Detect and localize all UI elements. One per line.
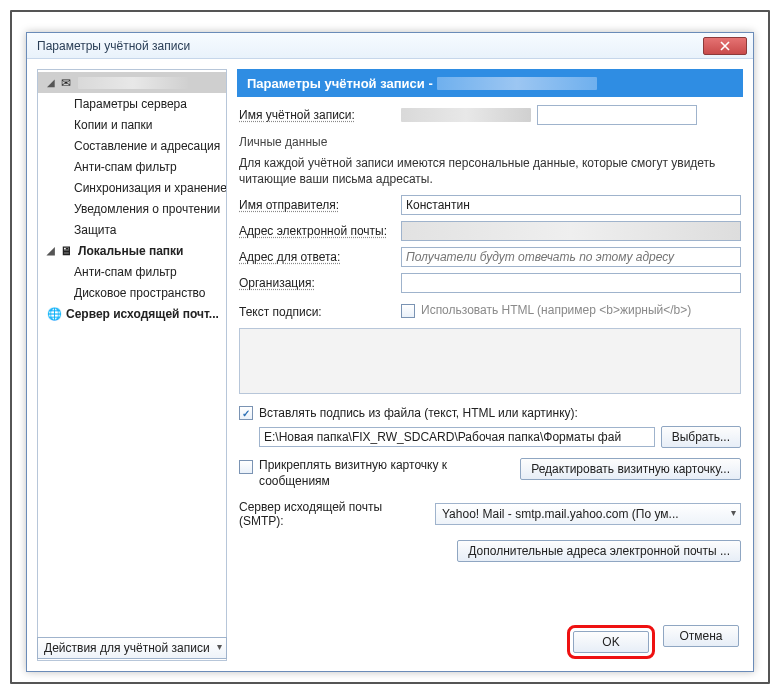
personal-group-desc: Для каждой учётной записи имеются персон…	[239, 155, 741, 187]
account-name-input[interactable]	[537, 105, 697, 125]
settings-panel: Параметры учётной записи - Имя учётной з…	[237, 69, 743, 661]
folder-icon: 🖥	[58, 244, 74, 258]
tree-item-compose[interactable]: Составление и адресация	[66, 135, 226, 156]
mail-icon: ✉	[58, 76, 74, 90]
tree-item-antispam[interactable]: Анти-спам фильтр	[66, 156, 226, 177]
tree-item-server[interactable]: Параметры сервера	[66, 93, 226, 114]
signature-textarea[interactable]	[239, 328, 741, 394]
banner-account-blurred	[437, 77, 597, 90]
tree-item-local-antispam[interactable]: Анти-спам фильтр	[66, 261, 226, 282]
window-title: Параметры учётной записи	[37, 39, 703, 53]
sender-name-label: Имя отправителя:	[239, 198, 395, 212]
account-actions-wrap: Действия для учётной записи	[37, 637, 227, 659]
tree-item-copies[interactable]: Копии и папки	[66, 114, 226, 135]
smtp-row-label: Сервер исходящей почты (SMTP):	[239, 500, 429, 528]
account-name-label: Имя учётной записи:	[239, 108, 395, 122]
ok-highlight: OK	[567, 625, 655, 659]
smtp-select[interactable]: Yahoo! Mail - smtp.mail.yahoo.com (По ум…	[435, 503, 741, 525]
close-button[interactable]	[703, 37, 747, 55]
tree-item-local-disk[interactable]: Дисковое пространство	[66, 282, 226, 303]
panel-banner: Параметры учётной записи -	[237, 69, 743, 97]
twisty-icon: ◢	[46, 245, 56, 256]
globe-icon: 🌐	[46, 307, 62, 321]
edit-vcard-button[interactable]: Редактировать визитную карточку...	[520, 458, 741, 480]
email-label: Адрес электронной почты:	[239, 224, 395, 238]
sig-path-input[interactable]	[259, 427, 655, 447]
account-name-value-blurred	[401, 108, 531, 122]
vcard-label: Прикреплять визитную карточку к сообщени…	[259, 458, 469, 489]
tree-item-sync[interactable]: Синхронизация и хранение	[66, 177, 226, 198]
personal-group-title: Личные данные	[239, 135, 741, 149]
ok-button[interactable]: OK	[573, 631, 649, 653]
twisty-icon: ◢	[46, 77, 56, 88]
sender-name-input[interactable]	[401, 195, 741, 215]
attach-sig-checkbox[interactable]	[239, 406, 253, 420]
sig-label: Текст подписи:	[239, 303, 395, 319]
cancel-button[interactable]: Отмена	[663, 625, 739, 647]
smtp-select-value: Yahoo! Mail - smtp.mail.yahoo.com (По ум…	[442, 507, 679, 521]
email-input-blurred[interactable]	[401, 221, 741, 241]
reply-input[interactable]	[401, 247, 741, 267]
browse-button[interactable]: Выбрать...	[661, 426, 741, 448]
tree-item-receipts[interactable]: Уведомления о прочтении	[66, 198, 226, 219]
org-input[interactable]	[401, 273, 741, 293]
account-name-blurred	[78, 77, 188, 89]
reply-label: Адрес для ответа:	[239, 250, 395, 264]
use-html-checkbox[interactable]	[401, 304, 415, 318]
org-label: Организация:	[239, 276, 395, 290]
account-tree[interactable]: ◢ ✉ Параметры сервера Копии и папки Сост…	[37, 69, 227, 661]
tree-account-root[interactable]: ◢ ✉	[38, 72, 226, 93]
tree-item-security[interactable]: Защита	[66, 219, 226, 240]
tree-local-folders[interactable]: ◢ 🖥 Локальные папки	[38, 240, 226, 261]
tree-smtp[interactable]: 🌐 Сервер исходящей почт...	[38, 303, 226, 324]
extra-addresses-button[interactable]: Дополнительные адреса электронной почты …	[457, 540, 741, 562]
dialog-window: Параметры учётной записи ◢ ✉ Параметры с…	[26, 32, 754, 672]
account-actions-button[interactable]: Действия для учётной записи	[37, 637, 227, 659]
banner-prefix: Параметры учётной записи -	[247, 76, 433, 91]
account-actions-label: Действия для учётной записи	[44, 641, 210, 655]
titlebar: Параметры учётной записи	[27, 33, 753, 59]
vcard-checkbox[interactable]	[239, 460, 253, 474]
attach-sig-label: Вставлять подпись из файла (текст, HTML …	[259, 406, 578, 420]
footer-buttons: OK Отмена	[567, 625, 739, 659]
use-html-label: Использовать HTML (например <b>жирный</b…	[421, 303, 691, 318]
